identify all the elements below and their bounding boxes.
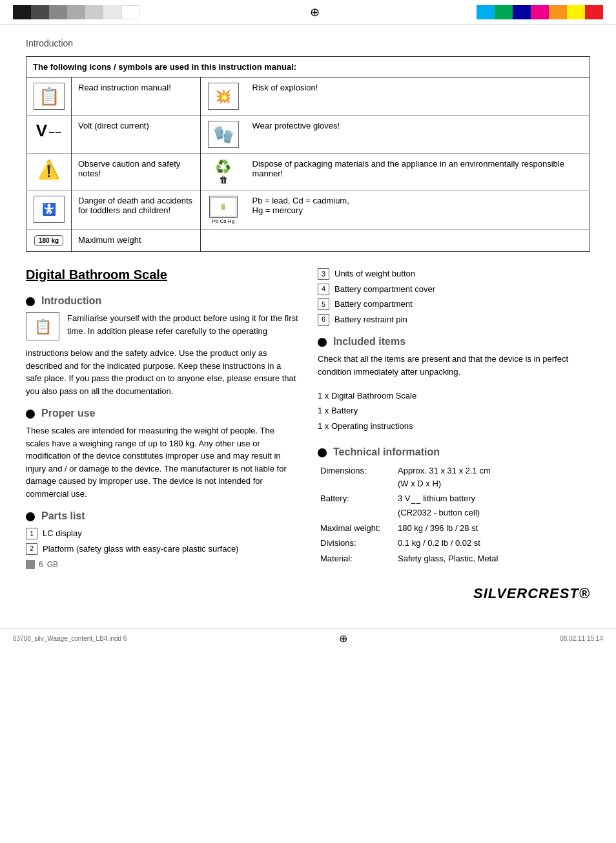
icons-table-header: The following icons / symbols are used i… [26,57,590,78]
swatch-r3 [513,5,531,19]
parts-item-1: 1 LC display [26,527,298,540]
glove-icon: 🧤 [208,121,239,148]
parts-list-heading: Parts list [26,510,298,522]
child-danger-icon: 🚼 [34,196,65,223]
main-two-col: Digital Bathroom Scale Introduction 📋 Fa… [26,267,590,602]
technical-title: Technical information [333,446,440,458]
icon-cell-volt: V⚊⚊ [26,116,72,154]
included-items-title: Included items [333,336,406,348]
icon-cell-glove: 🧤 [201,116,246,154]
page-lang-footer: 6 GB [26,560,298,569]
warning-label: Observe caution and safety notes! [72,154,201,191]
recycle-icon: ♻️🗑 [207,159,240,185]
introduction-body: 📋 Familiarise yourself with the product … [26,312,298,397]
tech-row-dimensions: Dimensions: Approx. 31 x 31 x 2.1 cm(W x… [318,463,590,491]
left-column: Digital Bathroom Scale Introduction 📋 Fa… [26,267,298,602]
tech-row-battery: Battery: 3 V⚊⚊ lithium battery(CR2032 - … [318,491,590,521]
tech-row-material: Material: Safety glass, Plastic, Metal [318,551,590,567]
icon-cell-child: 🚼 [26,191,72,230]
tech-value-material: Safety glass, Plastic, Metal [395,551,590,567]
included-item-1: 1 x Digital Bathroom Scale [318,388,590,403]
included-items-intro: Check that all the items are present and… [318,353,590,378]
included-item-3: 1 x Operating instructions [318,419,590,433]
recycle-label: Dispose of packaging materials and the a… [246,154,590,191]
tech-label-divisions: Divisions: [318,536,395,551]
glove-label: Wear protective gloves! [246,116,590,154]
right-parts-item-5: 5 Battery compartment [318,298,590,311]
swatch-r1 [477,5,495,19]
proper-use-body: These scales are intended for measuring … [26,424,298,500]
right-parts-list: 3 Units of weight button 4 Battery compa… [318,267,590,326]
swatch-r2 [495,5,513,19]
section-header: Introduction [26,38,590,48]
parts-item-2: 2 Platform (safety glass with easy-care … [26,543,298,556]
bullet-icon [26,410,35,419]
bottom-filename: 63708_silv_Waage_content_LB4.indd 6 [13,635,127,642]
included-items-heading: Included items [318,336,590,348]
right-parts-label-4: Battery compartment cover [334,283,435,296]
tech-label-dimensions: Dimensions: [318,463,395,491]
right-parts-num-6: 6 [318,314,329,326]
volt-icon: V⚊⚊ [33,121,65,141]
weight-icon: 180 kg [34,235,63,246]
introduction-heading: Introduction [26,295,298,307]
right-parts-item-3: 3 Units of weight button [318,267,590,280]
maxweight-label: Maximum weight [72,230,201,252]
icon-cell-explosion: 💥 [201,78,246,116]
bullet-icon [318,338,327,347]
volt-label: Volt (direct current) [72,116,201,154]
color-bar-left [13,5,139,19]
bullet-icon [26,512,35,521]
table-row: ⚠️ Observe caution and safety notes! ♻️🗑… [26,154,590,191]
included-list: 1 x Digital Bathroom Scale 1 x Battery 1… [318,388,590,433]
parts-num-2: 2 [26,543,37,555]
parts-list: 1 LC display 2 Platform (safety glass wi… [26,527,298,555]
tech-value-battery: 3 V⚊⚊ lithium battery(CR2032 - button ce… [395,491,590,521]
color-bar-right [477,5,603,19]
page-color-box [26,560,35,569]
right-parts-item-6: 6 Battery restraint pin [318,313,590,326]
icon-cell-maxweight: 180 kg [26,230,72,252]
proper-use-heading: Proper use [26,408,298,419]
icon-cell-pbcdhg: 🔋 Pb Cd Hg [201,191,246,230]
bottom-date: 08.02.11 15:14 [560,635,603,642]
intro-content: 📋 Familiarise yourself with the product … [26,312,298,340]
tech-value-maxweight: 180 kg / 396 lb / 28 st [395,521,590,536]
table-row: 🚼 Danger of death and accidents for todd… [26,191,590,230]
bottom-crosshair: ⊕ [339,632,347,645]
right-parts-num-5: 5 [318,298,329,310]
swatch-r7 [585,5,603,19]
intro-book-icon: 📋 [26,312,59,340]
introduction-title: Introduction [41,295,101,307]
explosion-icon: 💥 [208,83,239,110]
pbcdhg-label: Pb = lead, Cd = cadmium,Hg = mercury [246,191,590,230]
swatch-r5 [549,5,567,19]
read-manual-label: Read instruction manual! [72,78,201,116]
technical-heading: Technical information [318,446,590,458]
icons-table: The following icons / symbols are used i… [26,56,590,252]
right-parts-num-3: 3 [318,268,329,280]
tech-row-maxweight: Maximal weight: 180 kg / 396 lb / 28 st [318,521,590,536]
right-column: 3 Units of weight button 4 Battery compa… [318,267,590,602]
intro-icon-symbol: 📋 [26,312,59,340]
parts-label-2: Platform (safety glass with easy-care pl… [43,543,238,556]
empty-icon-cell [201,230,246,252]
parts-num-1: 1 [26,528,37,539]
color-registration-bar: ⊕ [0,0,616,25]
bullet-icon [26,297,35,306]
silvercrest-logo: SILVERCREST® [473,585,590,601]
swatch-5 [85,5,103,19]
page-num-left: 6 [39,560,43,569]
warning-icon: ⚠️ [33,159,65,180]
silvercrest-logo-area: SILVERCREST® [318,585,590,602]
crosshair-top: ⊕ [152,5,477,19]
table-row: 📋 Read instruction manual! 💥 Risk of exp… [26,78,590,116]
empty-label-cell [246,230,590,252]
tech-value-dimensions: Approx. 31 x 31 x 2.1 cm(W x D x H) [395,463,590,491]
child-label: Danger of death and accidents for toddle… [72,191,201,230]
right-parts-item-4: 4 Battery compartment cover [318,283,590,296]
book-icon: 📋 [34,83,65,110]
risk-explosion-label: Risk of explosion! [246,78,590,116]
swatch-7 [121,5,139,19]
icon-cell-warning: ⚠️ [26,154,72,191]
